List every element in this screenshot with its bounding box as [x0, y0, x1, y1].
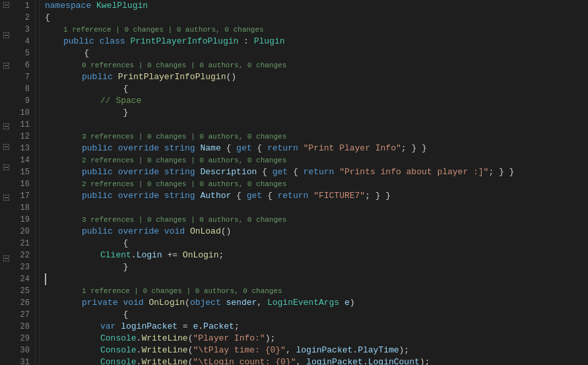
code-line: 0 references | 0 changes | 0 authors, 0 …	[45, 59, 588, 71]
code-line: 2 references | 0 changes | 0 authors, 0 …	[45, 178, 588, 190]
code-line: public override string Author { get { re…	[45, 190, 588, 202]
collapse-marker[interactable]	[3, 253, 9, 263]
code-line: {	[45, 12, 588, 24]
code-line: public override string Description { get…	[45, 166, 588, 178]
code-line: Console.WriteLine("Player Info:");	[45, 333, 588, 345]
code-line: public PrintPlayerInfoPlugin()	[45, 71, 588, 83]
code-line: }	[45, 261, 588, 273]
code-line	[45, 119, 588, 131]
code-line	[45, 202, 588, 214]
code-line: var loginPacket = e.Packet;	[45, 321, 588, 333]
code-editor: 1234567891011121314151617181920212223242…	[0, 0, 588, 365]
code-line: private void OnLogin(object sender, Logi…	[45, 297, 588, 309]
collapse-gutter	[0, 0, 12, 365]
code-line: Console.WriteLine("\tPlay time: {0}", lo…	[45, 345, 588, 356]
collapse-marker[interactable]	[3, 30, 9, 40]
code-line: {	[45, 309, 588, 321]
code-line: {	[45, 83, 588, 95]
code-line: namespace KwelPlugin	[45, 0, 588, 12]
code-line: }	[45, 107, 588, 119]
collapse-marker[interactable]	[3, 0, 9, 10]
code-line: {	[45, 48, 588, 59]
code-line: // Space	[45, 95, 588, 107]
code-line: 3 references | 0 changes | 0 authors, 0 …	[45, 214, 588, 226]
code-line: {	[45, 238, 588, 249]
collapse-marker[interactable]	[3, 162, 9, 172]
collapse-marker[interactable]	[3, 142, 9, 152]
code-line: public override string Name { get { retu…	[45, 143, 588, 154]
code-line: public override void OnLoad()	[45, 226, 588, 238]
code-line: 1 reference | 0 changes | 0 authors, 0 c…	[45, 285, 588, 297]
line-numbers: 1234567891011121314151617181920212223242…	[12, 0, 36, 365]
code-line: 1 reference | 0 changes | 0 authors, 0 c…	[45, 24, 588, 36]
code-line: Client.Login += OnLogin;	[45, 249, 588, 261]
collapse-marker[interactable]	[3, 193, 9, 203]
collapse-marker[interactable]	[3, 121, 9, 131]
code-line: public class PrintPlayerInfoPlugin : Plu…	[45, 36, 588, 48]
code-line: 3 references | 0 changes | 0 authors, 0 …	[45, 131, 588, 143]
code-line: 2 references | 0 changes | 0 authors, 0 …	[45, 154, 588, 166]
code-line	[45, 273, 588, 285]
collapse-marker[interactable]	[3, 61, 9, 71]
code-content[interactable]: namespace KwelPlugin{1 reference | 0 cha…	[40, 0, 588, 365]
code-line: Console.WriteLine("\tLogin count: {0}", …	[45, 356, 588, 365]
